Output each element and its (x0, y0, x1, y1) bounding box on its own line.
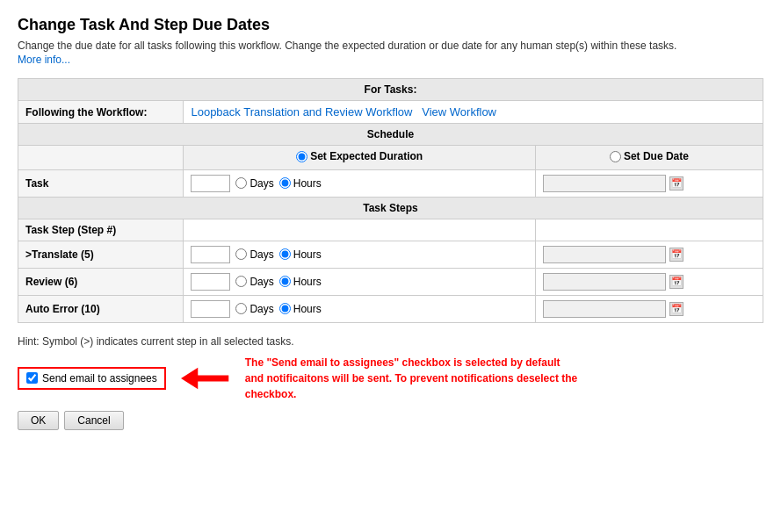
translate-step-label: >Translate (5) (18, 241, 184, 268)
review-days-radio[interactable] (235, 276, 247, 287)
table-row: Review (6) Days Hours 📅 (18, 268, 763, 295)
task-row: Task Days Hours 📅 (18, 169, 763, 197)
task-calendar-icon[interactable]: 📅 (669, 176, 683, 191)
task-label-cell: Task (18, 169, 184, 197)
set-expected-duration-radio[interactable] (296, 151, 307, 162)
set-expected-duration-col-header: Set Expected Duration (184, 146, 535, 170)
button-row: OK Cancel (18, 411, 763, 430)
more-info-link[interactable]: More info... (18, 54, 763, 66)
review-calendar-icon[interactable]: 📅 (669, 275, 683, 289)
task-due-date-input[interactable] (543, 175, 666, 192)
translate-duration-cell: Days Hours (184, 241, 535, 268)
following-workflow-label: Following the Workflow: (18, 101, 184, 124)
auto-error-step-label: Auto Error (10) (18, 295, 184, 322)
set-due-date-col-header: Set Due Date (535, 146, 763, 170)
task-step-duration-col (184, 219, 535, 241)
task-days-radio[interactable] (235, 177, 247, 189)
schedule-header-row: Set Expected Duration Set Due Date (18, 146, 763, 170)
workflow-value-cell: Loopback Translation and Review Workflow… (184, 101, 763, 124)
task-step-col-header-row: Task Step (Step #) (18, 219, 763, 241)
translate-days-radio[interactable] (235, 248, 247, 260)
translate-due-date-cell: 📅 (535, 241, 763, 268)
view-workflow-link[interactable]: View Workflow (422, 105, 496, 119)
translate-hours-radio[interactable] (279, 248, 291, 260)
send-email-row: Send email to assignees The "Send email … (18, 355, 763, 402)
translate-calendar-icon[interactable]: 📅 (669, 248, 683, 262)
auto-error-due-date-cell: 📅 (535, 295, 763, 322)
auto-error-hours-radio[interactable] (279, 303, 291, 314)
table-row: Auto Error (10) Days Hours (18, 295, 763, 322)
task-steps-header: Task Steps (18, 197, 763, 219)
send-email-label: Send email to assignees (42, 372, 157, 385)
auto-error-duration-input[interactable] (191, 300, 230, 318)
review-duration-input[interactable] (191, 273, 230, 291)
schedule-header: Schedule (18, 124, 763, 146)
hint-text: Hint: Symbol (>) indicates current step … (18, 335, 763, 348)
arrow-icon (175, 361, 236, 396)
auto-error-days-radio[interactable] (235, 303, 247, 314)
review-step-label: Review (6) (18, 268, 184, 295)
ok-button[interactable]: OK (18, 411, 59, 430)
review-due-date-cell: 📅 (535, 268, 763, 295)
task-step-due-col (535, 219, 763, 241)
task-duration-cell: Days Hours (184, 169, 535, 197)
auto-error-due-date-input[interactable] (543, 300, 666, 318)
page-title: Change Task And Step Due Dates (18, 16, 763, 34)
task-due-date-cell: 📅 (535, 169, 763, 197)
workflow-name-link[interactable]: Loopback Translation and Review Workflow (191, 105, 412, 119)
table-row: >Translate (5) Days Hours (18, 241, 763, 268)
main-table: For Tasks: Following the Workflow: Loopb… (18, 78, 763, 323)
page-subtitle: Change the due date for all tasks follow… (18, 40, 763, 52)
auto-error-calendar-icon[interactable]: 📅 (669, 302, 683, 316)
review-hours-radio[interactable] (279, 276, 291, 287)
translate-due-date-input[interactable] (543, 246, 666, 263)
arrow-container (175, 361, 236, 396)
review-due-date-input[interactable] (543, 273, 666, 291)
set-due-date-radio[interactable] (610, 151, 621, 162)
translate-duration-input[interactable] (191, 246, 230, 263)
review-duration-cell: Days Hours (184, 268, 535, 295)
task-step-col-label: Task Step (Step #) (18, 219, 184, 241)
svg-marker-0 (181, 367, 228, 389)
auto-error-duration-cell: Days Hours (184, 295, 535, 322)
cancel-button[interactable]: Cancel (64, 411, 123, 430)
send-email-checkbox[interactable] (26, 372, 38, 384)
for-tasks-header: For Tasks: (18, 79, 763, 101)
warning-text: The "Send email to assignees" checkbox i… (245, 355, 579, 402)
task-duration-input[interactable] (191, 175, 230, 192)
send-email-checkbox-box: Send email to assignees (18, 367, 166, 390)
task-hours-radio[interactable] (279, 177, 291, 189)
